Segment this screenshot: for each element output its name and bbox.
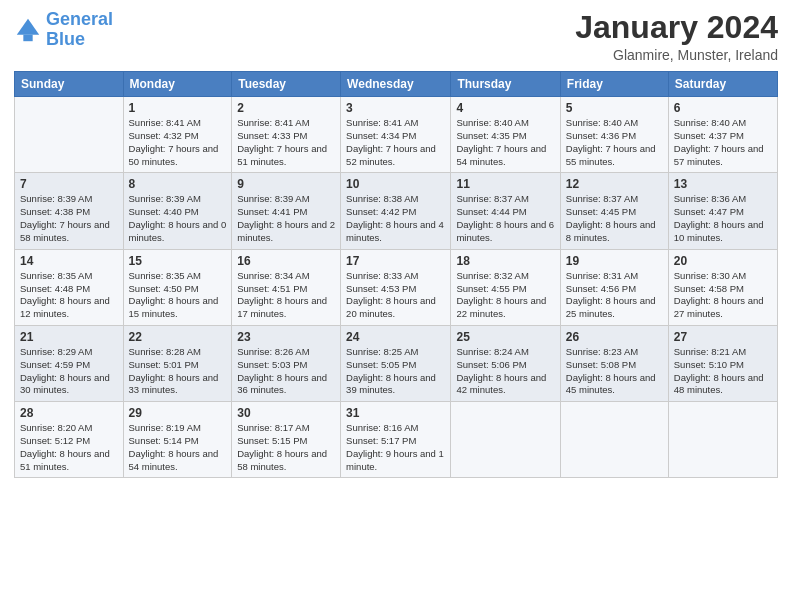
cell-text: Sunrise: 8:30 AM Sunset: 4:58 PM Dayligh… xyxy=(674,270,772,321)
day-cell: 27Sunrise: 8:21 AM Sunset: 5:10 PM Dayli… xyxy=(668,325,777,401)
day-cell xyxy=(15,97,124,173)
day-number: 26 xyxy=(566,330,663,344)
day-cell: 22Sunrise: 8:28 AM Sunset: 5:01 PM Dayli… xyxy=(123,325,232,401)
cell-text: Sunrise: 8:29 AM Sunset: 4:59 PM Dayligh… xyxy=(20,346,118,397)
col-friday: Friday xyxy=(560,72,668,97)
day-cell: 11Sunrise: 8:37 AM Sunset: 4:44 PM Dayli… xyxy=(451,173,560,249)
day-number: 28 xyxy=(20,406,118,420)
cell-text: Sunrise: 8:34 AM Sunset: 4:51 PM Dayligh… xyxy=(237,270,335,321)
week-row-4: 28Sunrise: 8:20 AM Sunset: 5:12 PM Dayli… xyxy=(15,402,778,478)
col-monday: Monday xyxy=(123,72,232,97)
day-cell: 8Sunrise: 8:39 AM Sunset: 4:40 PM Daylig… xyxy=(123,173,232,249)
logo-icon xyxy=(14,16,42,44)
day-number: 23 xyxy=(237,330,335,344)
day-number: 21 xyxy=(20,330,118,344)
day-cell: 29Sunrise: 8:19 AM Sunset: 5:14 PM Dayli… xyxy=(123,402,232,478)
day-cell: 23Sunrise: 8:26 AM Sunset: 5:03 PM Dayli… xyxy=(232,325,341,401)
page: General Blue January 2024 Glanmire, Muns… xyxy=(0,0,792,612)
cell-text: Sunrise: 8:21 AM Sunset: 5:10 PM Dayligh… xyxy=(674,346,772,397)
day-cell: 5Sunrise: 8:40 AM Sunset: 4:36 PM Daylig… xyxy=(560,97,668,173)
day-number: 10 xyxy=(346,177,445,191)
cell-text: Sunrise: 8:40 AM Sunset: 4:37 PM Dayligh… xyxy=(674,117,772,168)
day-cell: 10Sunrise: 8:38 AM Sunset: 4:42 PM Dayli… xyxy=(341,173,451,249)
day-number: 19 xyxy=(566,254,663,268)
day-number: 8 xyxy=(129,177,227,191)
day-number: 30 xyxy=(237,406,335,420)
day-number: 20 xyxy=(674,254,772,268)
day-cell: 3Sunrise: 8:41 AM Sunset: 4:34 PM Daylig… xyxy=(341,97,451,173)
day-cell: 31Sunrise: 8:16 AM Sunset: 5:17 PM Dayli… xyxy=(341,402,451,478)
logo-text: General Blue xyxy=(46,10,113,50)
logo-line2: Blue xyxy=(46,29,85,49)
day-cell: 19Sunrise: 8:31 AM Sunset: 4:56 PM Dayli… xyxy=(560,249,668,325)
cell-text: Sunrise: 8:37 AM Sunset: 4:45 PM Dayligh… xyxy=(566,193,663,244)
cell-text: Sunrise: 8:38 AM Sunset: 4:42 PM Dayligh… xyxy=(346,193,445,244)
cell-text: Sunrise: 8:35 AM Sunset: 4:48 PM Dayligh… xyxy=(20,270,118,321)
day-cell: 2Sunrise: 8:41 AM Sunset: 4:33 PM Daylig… xyxy=(232,97,341,173)
cell-text: Sunrise: 8:28 AM Sunset: 5:01 PM Dayligh… xyxy=(129,346,227,397)
day-number: 13 xyxy=(674,177,772,191)
day-number: 31 xyxy=(346,406,445,420)
cell-text: Sunrise: 8:39 AM Sunset: 4:41 PM Dayligh… xyxy=(237,193,335,244)
cell-text: Sunrise: 8:25 AM Sunset: 5:05 PM Dayligh… xyxy=(346,346,445,397)
cell-text: Sunrise: 8:33 AM Sunset: 4:53 PM Dayligh… xyxy=(346,270,445,321)
day-number: 2 xyxy=(237,101,335,115)
day-number: 6 xyxy=(674,101,772,115)
day-number: 4 xyxy=(456,101,554,115)
cell-text: Sunrise: 8:24 AM Sunset: 5:06 PM Dayligh… xyxy=(456,346,554,397)
col-thursday: Thursday xyxy=(451,72,560,97)
col-saturday: Saturday xyxy=(668,72,777,97)
col-sunday: Sunday xyxy=(15,72,124,97)
day-number: 12 xyxy=(566,177,663,191)
day-cell: 14Sunrise: 8:35 AM Sunset: 4:48 PM Dayli… xyxy=(15,249,124,325)
logo-line1: General xyxy=(46,9,113,29)
cell-text: Sunrise: 8:41 AM Sunset: 4:32 PM Dayligh… xyxy=(129,117,227,168)
cell-text: Sunrise: 8:37 AM Sunset: 4:44 PM Dayligh… xyxy=(456,193,554,244)
week-row-1: 7Sunrise: 8:39 AM Sunset: 4:38 PM Daylig… xyxy=(15,173,778,249)
day-number: 1 xyxy=(129,101,227,115)
month-title: January 2024 xyxy=(575,10,778,45)
day-cell: 1Sunrise: 8:41 AM Sunset: 4:32 PM Daylig… xyxy=(123,97,232,173)
col-tuesday: Tuesday xyxy=(232,72,341,97)
cell-text: Sunrise: 8:41 AM Sunset: 4:34 PM Dayligh… xyxy=(346,117,445,168)
day-cell: 6Sunrise: 8:40 AM Sunset: 4:37 PM Daylig… xyxy=(668,97,777,173)
cell-text: Sunrise: 8:17 AM Sunset: 5:15 PM Dayligh… xyxy=(237,422,335,473)
day-cell: 13Sunrise: 8:36 AM Sunset: 4:47 PM Dayli… xyxy=(668,173,777,249)
day-cell: 28Sunrise: 8:20 AM Sunset: 5:12 PM Dayli… xyxy=(15,402,124,478)
cell-text: Sunrise: 8:16 AM Sunset: 5:17 PM Dayligh… xyxy=(346,422,445,473)
calendar-body: 1Sunrise: 8:41 AM Sunset: 4:32 PM Daylig… xyxy=(15,97,778,478)
cell-text: Sunrise: 8:39 AM Sunset: 4:38 PM Dayligh… xyxy=(20,193,118,244)
day-number: 18 xyxy=(456,254,554,268)
day-cell: 26Sunrise: 8:23 AM Sunset: 5:08 PM Dayli… xyxy=(560,325,668,401)
cell-text: Sunrise: 8:31 AM Sunset: 4:56 PM Dayligh… xyxy=(566,270,663,321)
day-cell: 30Sunrise: 8:17 AM Sunset: 5:15 PM Dayli… xyxy=(232,402,341,478)
cell-text: Sunrise: 8:20 AM Sunset: 5:12 PM Dayligh… xyxy=(20,422,118,473)
svg-marker-0 xyxy=(17,19,39,35)
day-number: 3 xyxy=(346,101,445,115)
day-number: 29 xyxy=(129,406,227,420)
cell-text: Sunrise: 8:40 AM Sunset: 4:36 PM Dayligh… xyxy=(566,117,663,168)
day-cell: 9Sunrise: 8:39 AM Sunset: 4:41 PM Daylig… xyxy=(232,173,341,249)
logo: General Blue xyxy=(14,10,113,50)
day-number: 24 xyxy=(346,330,445,344)
day-number: 22 xyxy=(129,330,227,344)
day-number: 17 xyxy=(346,254,445,268)
cell-text: Sunrise: 8:41 AM Sunset: 4:33 PM Dayligh… xyxy=(237,117,335,168)
title-block: January 2024 Glanmire, Munster, Ireland xyxy=(575,10,778,63)
day-cell: 18Sunrise: 8:32 AM Sunset: 4:55 PM Dayli… xyxy=(451,249,560,325)
day-number: 14 xyxy=(20,254,118,268)
day-cell: 7Sunrise: 8:39 AM Sunset: 4:38 PM Daylig… xyxy=(15,173,124,249)
cell-text: Sunrise: 8:32 AM Sunset: 4:55 PM Dayligh… xyxy=(456,270,554,321)
day-number: 5 xyxy=(566,101,663,115)
day-number: 27 xyxy=(674,330,772,344)
day-cell: 4Sunrise: 8:40 AM Sunset: 4:35 PM Daylig… xyxy=(451,97,560,173)
day-number: 15 xyxy=(129,254,227,268)
header-row: Sunday Monday Tuesday Wednesday Thursday… xyxy=(15,72,778,97)
cell-text: Sunrise: 8:23 AM Sunset: 5:08 PM Dayligh… xyxy=(566,346,663,397)
day-number: 9 xyxy=(237,177,335,191)
cell-text: Sunrise: 8:35 AM Sunset: 4:50 PM Dayligh… xyxy=(129,270,227,321)
day-cell: 16Sunrise: 8:34 AM Sunset: 4:51 PM Dayli… xyxy=(232,249,341,325)
day-cell: 15Sunrise: 8:35 AM Sunset: 4:50 PM Dayli… xyxy=(123,249,232,325)
week-row-3: 21Sunrise: 8:29 AM Sunset: 4:59 PM Dayli… xyxy=(15,325,778,401)
calendar-header: Sunday Monday Tuesday Wednesday Thursday… xyxy=(15,72,778,97)
